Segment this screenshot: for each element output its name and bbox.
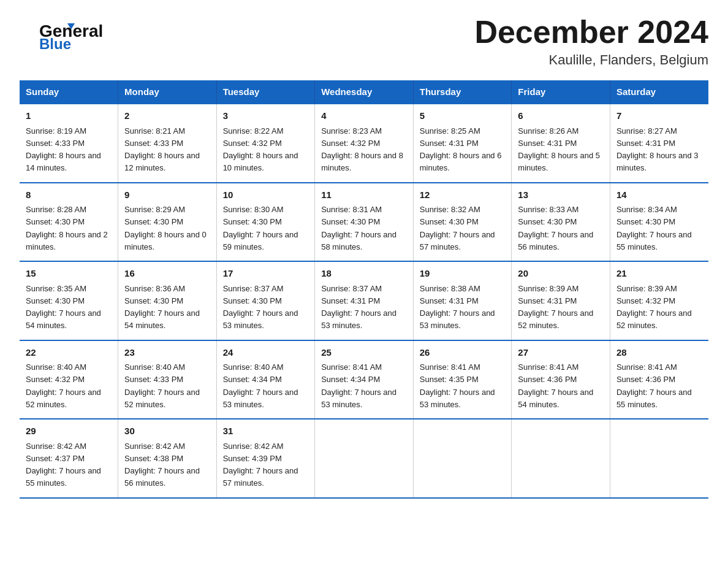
week-row-1: 1 Sunrise: 8:19 AMSunset: 4:33 PMDayligh… [20, 104, 708, 183]
day-number: 28 [616, 346, 702, 360]
day-number: 6 [518, 109, 604, 123]
day-number: 16 [124, 267, 210, 281]
day-cell: 27 Sunrise: 8:41 AMSunset: 4:36 PMDaylig… [512, 340, 610, 419]
day-info: Sunrise: 8:29 AMSunset: 4:30 PMDaylight:… [124, 205, 207, 251]
day-info: Sunrise: 8:19 AMSunset: 4:33 PMDaylight:… [26, 126, 101, 173]
day-info: Sunrise: 8:39 AMSunset: 4:32 PMDaylight:… [616, 284, 692, 331]
day-number: 31 [223, 424, 309, 439]
day-info: Sunrise: 8:38 AMSunset: 4:31 PMDaylight:… [420, 284, 495, 331]
day-number: 22 [26, 346, 112, 360]
day-info: Sunrise: 8:32 AMSunset: 4:30 PMDaylight:… [420, 205, 495, 251]
header-day-saturday: Saturday [610, 80, 708, 104]
day-cell: 24 Sunrise: 8:40 AMSunset: 4:34 PMDaylig… [216, 340, 315, 419]
day-cell: 29 Sunrise: 8:42 AMSunset: 4:37 PMDaylig… [20, 419, 118, 498]
title-area: December 2024 Kaulille, Flanders, Belgiu… [474, 15, 708, 68]
day-info: Sunrise: 8:23 AMSunset: 4:32 PMDaylight:… [321, 126, 403, 173]
week-row-3: 15 Sunrise: 8:35 AMSunset: 4:30 PMDaylig… [20, 261, 708, 340]
day-number: 26 [420, 346, 506, 360]
day-cell: 3 Sunrise: 8:22 AMSunset: 4:32 PMDayligh… [216, 104, 315, 183]
day-number: 14 [616, 188, 702, 202]
day-number: 15 [26, 267, 112, 281]
day-cell: 25 Sunrise: 8:41 AMSunset: 4:34 PMDaylig… [315, 340, 414, 419]
day-cell: 2 Sunrise: 8:21 AMSunset: 4:33 PMDayligh… [118, 104, 217, 183]
calendar-title: December 2024 [474, 15, 708, 50]
day-cell: 23 Sunrise: 8:40 AMSunset: 4:33 PMDaylig… [118, 340, 217, 419]
day-info: Sunrise: 8:25 AMSunset: 4:31 PMDaylight:… [420, 126, 502, 173]
day-cell: 17 Sunrise: 8:37 AMSunset: 4:30 PMDaylig… [216, 261, 315, 340]
day-cell: 4 Sunrise: 8:23 AMSunset: 4:32 PMDayligh… [315, 104, 414, 183]
header-day-friday: Friday [512, 80, 610, 104]
day-info: Sunrise: 8:33 AMSunset: 4:30 PMDaylight:… [518, 205, 593, 251]
day-number: 27 [518, 346, 604, 360]
day-info: Sunrise: 8:22 AMSunset: 4:32 PMDaylight:… [223, 126, 298, 173]
day-info: Sunrise: 8:42 AMSunset: 4:37 PMDaylight:… [26, 442, 101, 488]
calendar-body: 1 Sunrise: 8:19 AMSunset: 4:33 PMDayligh… [20, 104, 708, 498]
day-cell [413, 419, 512, 498]
day-number: 18 [321, 267, 407, 281]
day-number: 7 [616, 109, 702, 123]
week-row-5: 29 Sunrise: 8:42 AMSunset: 4:37 PMDaylig… [20, 419, 708, 498]
header-day-monday: Monday [118, 80, 217, 104]
day-cell: 26 Sunrise: 8:41 AMSunset: 4:35 PMDaylig… [413, 340, 512, 419]
logo: General Blue [20, 15, 97, 52]
day-number: 12 [420, 188, 506, 202]
day-cell: 31 Sunrise: 8:42 AMSunset: 4:39 PMDaylig… [216, 419, 315, 498]
day-info: Sunrise: 8:30 AMSunset: 4:30 PMDaylight:… [223, 205, 298, 251]
day-info: Sunrise: 8:41 AMSunset: 4:35 PMDaylight:… [420, 362, 495, 409]
calendar-table: SundayMondayTuesdayWednesdayThursdayFrid… [20, 80, 708, 499]
day-number: 24 [223, 346, 309, 360]
day-number: 4 [321, 109, 407, 123]
day-number: 1 [26, 109, 112, 123]
day-number: 8 [26, 188, 112, 202]
day-number: 20 [518, 267, 604, 281]
day-cell: 21 Sunrise: 8:39 AMSunset: 4:32 PMDaylig… [610, 261, 708, 340]
day-number: 23 [124, 346, 210, 360]
day-cell: 12 Sunrise: 8:32 AMSunset: 4:30 PMDaylig… [413, 183, 512, 262]
day-cell: 22 Sunrise: 8:40 AMSunset: 4:32 PMDaylig… [20, 340, 118, 419]
header-day-sunday: Sunday [20, 80, 118, 104]
day-cell: 15 Sunrise: 8:35 AMSunset: 4:30 PMDaylig… [20, 261, 118, 340]
day-cell: 1 Sunrise: 8:19 AMSunset: 4:33 PMDayligh… [20, 104, 118, 183]
day-info: Sunrise: 8:26 AMSunset: 4:31 PMDaylight:… [518, 126, 600, 173]
day-cell: 5 Sunrise: 8:25 AMSunset: 4:31 PMDayligh… [413, 104, 512, 183]
day-number: 29 [26, 424, 112, 439]
day-number: 30 [124, 424, 210, 439]
header-day-wednesday: Wednesday [315, 80, 414, 104]
day-number: 21 [616, 267, 702, 281]
calendar-subtitle: Kaulille, Flanders, Belgium [474, 52, 708, 68]
day-cell [315, 419, 414, 498]
day-info: Sunrise: 8:35 AMSunset: 4:30 PMDaylight:… [26, 284, 101, 331]
week-row-2: 8 Sunrise: 8:28 AMSunset: 4:30 PMDayligh… [20, 183, 708, 262]
logo-icon: General Blue [20, 15, 93, 52]
day-info: Sunrise: 8:41 AMSunset: 4:34 PMDaylight:… [321, 362, 396, 409]
day-number: 11 [321, 188, 407, 202]
day-number: 5 [420, 109, 506, 123]
day-info: Sunrise: 8:40 AMSunset: 4:33 PMDaylight:… [124, 362, 200, 409]
day-cell: 8 Sunrise: 8:28 AMSunset: 4:30 PMDayligh… [20, 183, 118, 262]
day-info: Sunrise: 8:36 AMSunset: 4:30 PMDaylight:… [124, 284, 200, 331]
day-info: Sunrise: 8:41 AMSunset: 4:36 PMDaylight:… [518, 362, 593, 409]
day-info: Sunrise: 8:28 AMSunset: 4:30 PMDaylight:… [26, 205, 108, 251]
day-info: Sunrise: 8:42 AMSunset: 4:38 PMDaylight:… [124, 442, 200, 488]
day-info: Sunrise: 8:39 AMSunset: 4:31 PMDaylight:… [518, 284, 593, 331]
day-number: 3 [223, 109, 309, 123]
day-cell: 14 Sunrise: 8:34 AMSunset: 4:30 PMDaylig… [610, 183, 708, 262]
week-row-4: 22 Sunrise: 8:40 AMSunset: 4:32 PMDaylig… [20, 340, 708, 419]
day-info: Sunrise: 8:34 AMSunset: 4:30 PMDaylight:… [616, 205, 692, 251]
day-cell: 18 Sunrise: 8:37 AMSunset: 4:31 PMDaylig… [315, 261, 414, 340]
day-cell: 11 Sunrise: 8:31 AMSunset: 4:30 PMDaylig… [315, 183, 414, 262]
day-cell [610, 419, 708, 498]
day-info: Sunrise: 8:21 AMSunset: 4:33 PMDaylight:… [124, 126, 200, 173]
day-cell [512, 419, 610, 498]
day-cell: 16 Sunrise: 8:36 AMSunset: 4:30 PMDaylig… [118, 261, 217, 340]
day-number: 13 [518, 188, 604, 202]
day-cell: 30 Sunrise: 8:42 AMSunset: 4:38 PMDaylig… [118, 419, 217, 498]
day-number: 10 [223, 188, 309, 202]
day-cell: 9 Sunrise: 8:29 AMSunset: 4:30 PMDayligh… [118, 183, 217, 262]
day-cell: 28 Sunrise: 8:41 AMSunset: 4:36 PMDaylig… [610, 340, 708, 419]
day-number: 2 [124, 109, 210, 123]
day-info: Sunrise: 8:27 AMSunset: 4:31 PMDaylight:… [616, 126, 699, 173]
day-info: Sunrise: 8:37 AMSunset: 4:30 PMDaylight:… [223, 284, 298, 331]
day-info: Sunrise: 8:31 AMSunset: 4:30 PMDaylight:… [321, 205, 396, 251]
day-info: Sunrise: 8:40 AMSunset: 4:32 PMDaylight:… [26, 362, 101, 409]
